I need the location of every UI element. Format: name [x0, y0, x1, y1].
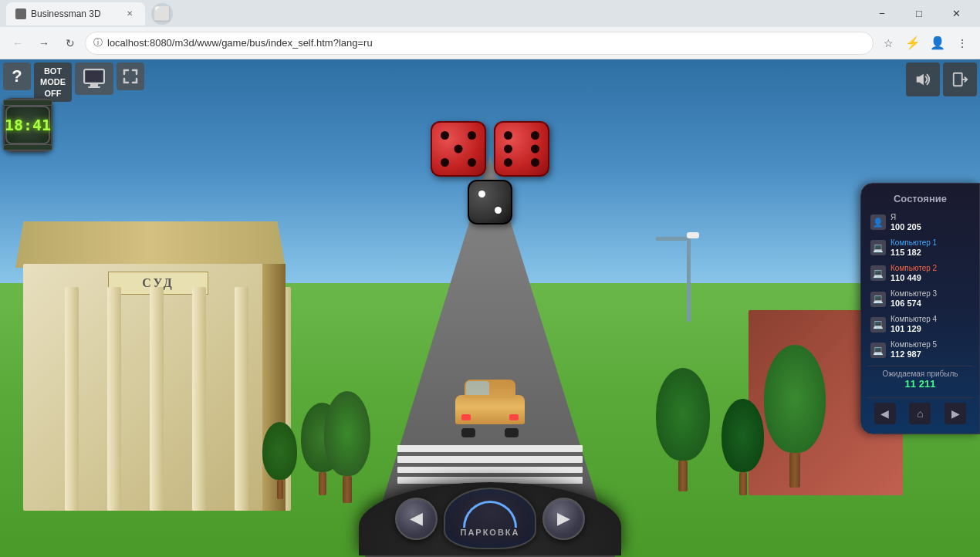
player-info-comp3: Компьютер 3 106 574	[890, 289, 970, 309]
player-row-comp3: 💻 Компьютер 3 106 574	[867, 287, 973, 311]
profile-icon[interactable]: 👤	[926, 32, 949, 55]
svg-rect-3	[86, 71, 103, 82]
fullscreen-button[interactable]	[117, 62, 144, 90]
player-amount-self: 100 205	[890, 221, 970, 231]
steering-base: ◀ ПАРКОВКА ▶	[359, 482, 621, 555]
column-1	[65, 287, 79, 511]
profit-amount: 11 211	[867, 378, 973, 390]
bot-mode-text: BOT MODE OFF	[40, 66, 66, 99]
column-3	[150, 287, 164, 511]
svg-rect-5	[954, 73, 962, 86]
player-icon-comp5: 💻	[870, 343, 886, 358]
player-row-comp4: 💻 Компьютер 4 101 129	[867, 312, 973, 336]
exit-icon	[951, 71, 968, 88]
help-button[interactable]: ?	[3, 62, 31, 90]
player-name-comp3: Компьютер 3	[890, 289, 970, 299]
phone-nav-home[interactable]: ⌂	[909, 403, 931, 424]
steer-left-button[interactable]: ◀	[395, 498, 438, 540]
sound-button[interactable]	[906, 62, 940, 96]
title-bar: Businessman 3D ✕ ⬜ − □ ✕	[0, 0, 980, 27]
hud-top-left: ? BOT MODE OFF	[3, 62, 144, 102]
dice-top-row	[431, 121, 549, 177]
profit-label: Ожидаемая прибыль	[867, 370, 973, 378]
svg-rect-2	[88, 86, 100, 88]
extensions-icon[interactable]: ⚡	[901, 32, 924, 55]
browser-tab[interactable]: Businessman 3D ✕	[6, 2, 145, 25]
speedometer: ПАРКОВКА	[444, 488, 536, 549]
steer-right-button[interactable]: ▶	[542, 498, 585, 540]
player-name-comp5: Компьютер 5	[890, 340, 970, 349]
browser-toolbar: ← → ↻ ⓘ localhost:8080/m3d/www/game/bus/…	[0, 27, 980, 59]
player-row-comp1: 💻 Компьютер 1 115 182	[867, 236, 973, 260]
car-body	[455, 395, 525, 424]
taillight-right	[509, 414, 519, 420]
tab-close-button[interactable]: ✕	[123, 8, 136, 20]
die-red-2	[494, 121, 549, 177]
svg-marker-4	[917, 74, 924, 86]
forward-button[interactable]: →	[32, 32, 56, 55]
tree-foliage	[262, 422, 297, 480]
dice-container	[431, 121, 549, 224]
maximize-button[interactable]: □	[901, 0, 937, 27]
column-5	[235, 287, 248, 511]
player-info-comp4: Компьютер 4 101 129	[890, 315, 970, 334]
wheel-left	[461, 428, 475, 437]
back-button[interactable]: ←	[6, 32, 29, 55]
watch-band-top	[3, 100, 52, 106]
tree-foliage	[764, 345, 826, 453]
phone-nav-back[interactable]: ◀	[874, 403, 896, 424]
watch-face: 18:41	[5, 106, 50, 145]
player-row-comp5: 💻 Компьютер 5 112 987	[867, 338, 973, 362]
building-columns	[62, 287, 293, 511]
close-button[interactable]: ✕	[938, 0, 974, 27]
phone-divider	[867, 366, 973, 366]
player-icon-comp4: 💻	[870, 317, 886, 333]
minimize-button[interactable]: −	[864, 0, 900, 27]
player-amount-comp1: 115 182	[890, 248, 970, 258]
player-row-comp2: 💻 Компьютер 2 110 449	[867, 262, 973, 285]
tab-favicon	[15, 8, 26, 19]
player-amount-comp5: 112 987	[890, 349, 970, 360]
monitor-button[interactable]	[75, 62, 113, 95]
player-name-self: Я	[890, 212, 970, 221]
sound-icon	[914, 71, 931, 88]
player-amount-comp4: 101 129	[890, 324, 970, 334]
tree-right-1	[656, 368, 710, 491]
player-car	[455, 395, 525, 437]
player-info-comp1: Компьютер 1 115 182	[890, 238, 970, 258]
streetlamp	[687, 237, 691, 322]
reload-button[interactable]: ↻	[59, 32, 82, 55]
game-clock: 18:41	[3, 98, 52, 152]
die-red-1	[431, 121, 486, 177]
phone-panel-title: Состояние	[867, 192, 973, 204]
phone-navigation: ◀ ⌂ ▶	[867, 397, 973, 424]
player-amount-comp3: 106 574	[890, 299, 970, 309]
building-roof	[15, 221, 286, 268]
wheel-right	[505, 428, 519, 437]
bookmark-icon[interactable]: ☆	[877, 32, 900, 55]
player-info-comp2: Компьютер 2 110 449	[890, 264, 970, 283]
address-bar[interactable]: ⓘ localhost:8080/m3d/www/game/bus/index_…	[85, 32, 874, 55]
tree-right-3	[764, 345, 826, 488]
clock-time: 18:41	[5, 116, 51, 134]
tree-foliage	[721, 399, 764, 472]
crosswalk	[397, 445, 583, 484]
exit-button[interactable]	[943, 62, 977, 96]
new-tab-button[interactable]: ⬜	[151, 3, 173, 25]
lock-icon: ⓘ	[93, 36, 103, 49]
location-label: ПАРКОВКА	[460, 528, 519, 537]
phone-nav-forward[interactable]: ▶	[945, 403, 966, 424]
player-icon-comp2: 💻	[870, 265, 886, 281]
player-info-comp5: Компьютер 5 112 987	[890, 340, 970, 360]
courthouse-building: СУД	[0, 218, 293, 511]
taillight-left	[461, 414, 471, 420]
bot-mode-button[interactable]: BOT MODE OFF	[34, 62, 72, 102]
player-name-comp1: Компьютер 1	[890, 238, 970, 248]
menu-icon[interactable]: ⋮	[951, 32, 974, 55]
player-name-comp4: Компьютер 4	[890, 315, 970, 324]
speed-arc	[463, 501, 517, 528]
player-info-self: Я 100 205	[890, 212, 970, 231]
browser-frame: Businessman 3D ✕ ⬜ − □ ✕ ← → ↻ ⓘ localho…	[0, 0, 980, 557]
tree-foliage	[324, 391, 370, 476]
window-controls: − □ ✕	[864, 0, 974, 27]
